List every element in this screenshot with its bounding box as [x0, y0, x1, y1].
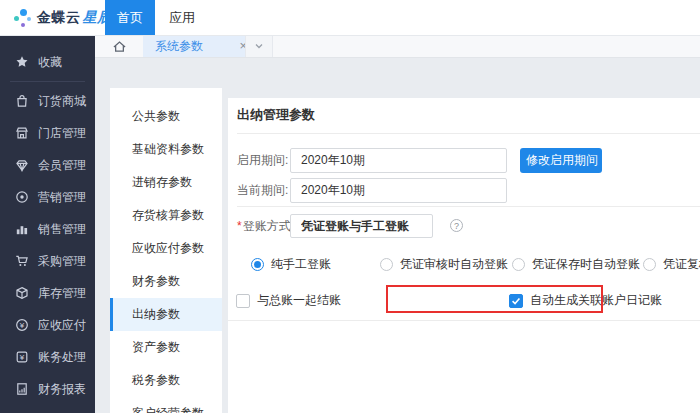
svg-text:¥: ¥ [19, 353, 25, 362]
divider [237, 206, 700, 207]
current-period-label: 当前期间: [237, 178, 288, 203]
sidebar-item-label: 会员管理 [38, 157, 86, 174]
nav-item-stock-accounting-params[interactable]: 存货核算参数 [110, 199, 222, 232]
sidebar-item-purchase-mgmt[interactable]: 采购管理 [0, 245, 95, 277]
brand-name: 金蝶云 [37, 9, 81, 27]
bag-icon [15, 94, 29, 108]
sidebar-item-label: 销售管理 [38, 221, 86, 238]
sidebar-item-label: 财务报表 [38, 381, 86, 398]
sidebar-item-store-mgmt[interactable]: 门店管理 [0, 117, 95, 149]
divider [237, 133, 700, 134]
sidebar: 收藏 订货商城 门店管理 会员管理 营销管理 [0, 35, 95, 413]
posting-method-input[interactable] [290, 214, 433, 238]
document-tab-strip: 系统参数 × [95, 35, 700, 58]
nav-item-ar-ap-params[interactable]: 应收应付参数 [110, 232, 222, 265]
sidebar-item-favorites[interactable]: 收藏 [0, 46, 95, 78]
sidebar-item-label: 账务处理 [38, 349, 86, 366]
member-diamond-icon [15, 158, 29, 172]
sidebar-item-accounting[interactable]: ¥ 账务处理 [0, 341, 95, 373]
sidebar-item-label: 收藏 [38, 54, 62, 71]
radio-selected-icon [251, 258, 264, 271]
page-title: 出纳管理参数 [237, 106, 315, 124]
report-icon [15, 382, 29, 396]
radio-auto-post-on-voucher-review[interactable]: 凭证复核时自动登账 [643, 256, 700, 273]
sidebar-item-member-mgmt[interactable]: 会员管理 [0, 149, 95, 181]
radio-icon [380, 258, 393, 271]
svg-text:¥: ¥ [19, 321, 25, 330]
param-category-nav: 公共参数 基础资料参数 进销存参数 存货核算参数 应收应付参数 财务参数 出纳参… [110, 88, 222, 413]
nav-item-asset-params[interactable]: 资产参数 [110, 331, 222, 364]
divider [228, 320, 700, 321]
sidebar-item-label: 营销管理 [38, 189, 86, 206]
checkbox-close-with-general-ledger[interactable]: 与总账一起结账 [236, 292, 341, 309]
app-window: 金蝶云 星辰 专业版 首页 应用 收藏 订货商城 门店管理 [0, 0, 700, 413]
top-tab-apps[interactable]: 应用 [158, 0, 206, 35]
nav-item-finance-params[interactable]: 财务参数 [110, 265, 222, 298]
bar-chart-icon [15, 222, 29, 236]
doc-tab-system-params[interactable]: 系统参数 × [143, 35, 255, 57]
yen-circle-icon: ¥ [15, 318, 29, 332]
nav-item-inv-purchase-sales-params[interactable]: 进销存参数 [110, 166, 222, 199]
sidebar-item-marketing-mgmt[interactable]: 营销管理 [0, 181, 95, 213]
sidebar-item-label: 订货商城 [38, 93, 86, 110]
top-tab-home[interactable]: 首页 [105, 0, 155, 35]
target-icon [15, 190, 29, 204]
start-period-input[interactable] [290, 148, 507, 173]
nav-item-cashier-params[interactable]: 出纳参数 [110, 298, 222, 331]
checkbox-auto-generate-linked-account-journal[interactable]: 自动生成关联账户日记账 [509, 292, 662, 309]
radio-icon [512, 258, 525, 271]
tab-list-dropdown[interactable] [245, 35, 273, 57]
nav-item-common-params[interactable]: 公共参数 [110, 100, 222, 133]
home-icon[interactable] [112, 39, 127, 54]
sidebar-item-label: 门店管理 [38, 125, 86, 142]
store-icon [15, 126, 29, 140]
checkbox-checked-icon [509, 294, 523, 308]
start-period-label: 启用期间: [237, 148, 288, 173]
sidebar-item-label: 库存管理 [38, 285, 86, 302]
star-icon [15, 55, 29, 69]
nav-item-base-data-params[interactable]: 基础资料参数 [110, 133, 222, 166]
logo-dots-icon [13, 6, 32, 30]
doc-tab-label: 系统参数 [155, 38, 235, 55]
checkbox-unchecked-icon [236, 294, 250, 308]
chevron-down-icon [253, 40, 265, 52]
radio-auto-post-on-voucher-audit[interactable]: 凭证审核时自动登账 [380, 256, 508, 273]
top-bar: 金蝶云 星辰 专业版 首页 应用 [0, 0, 700, 36]
help-icon[interactable]: ? [450, 219, 463, 232]
modify-start-period-button[interactable]: 修改启用期间 [520, 148, 602, 173]
sidebar-item-order-mall[interactable]: 订货商城 [0, 85, 95, 117]
nav-item-tax-params[interactable]: 税务参数 [110, 364, 222, 397]
cube-icon [15, 286, 29, 300]
posting-method-label: *登账方式: [237, 214, 294, 238]
sidebar-item-ar-ap[interactable]: ¥ 应收应付 [0, 309, 95, 341]
radio-auto-post-on-voucher-save[interactable]: 凭证保存时自动登账 [512, 256, 640, 273]
nav-item-customer-ops-params[interactable]: 客户经营参数 [110, 397, 222, 413]
yen-square-icon: ¥ [15, 350, 29, 364]
radio-pure-manual-posting[interactable]: 纯手工登账 [251, 256, 331, 273]
cashier-params-panel: 出纳管理参数 启用期间: 修改启用期间 当前期间: *登账方式: ? 纯手工登账… [228, 98, 700, 413]
cart-icon [15, 254, 29, 268]
required-asterisk: * [237, 219, 242, 233]
sidebar-item-label: 采购管理 [38, 253, 86, 270]
sidebar-item-sales-mgmt[interactable]: 销售管理 [0, 213, 95, 245]
sidebar-divider [10, 81, 85, 82]
current-period-input[interactable] [290, 178, 507, 203]
radio-icon [643, 258, 656, 271]
sidebar-item-financial-reports[interactable]: 财务报表 [0, 373, 95, 405]
sidebar-item-inventory-mgmt[interactable]: 库存管理 [0, 277, 95, 309]
sidebar-item-label: 应收应付 [38, 317, 86, 334]
